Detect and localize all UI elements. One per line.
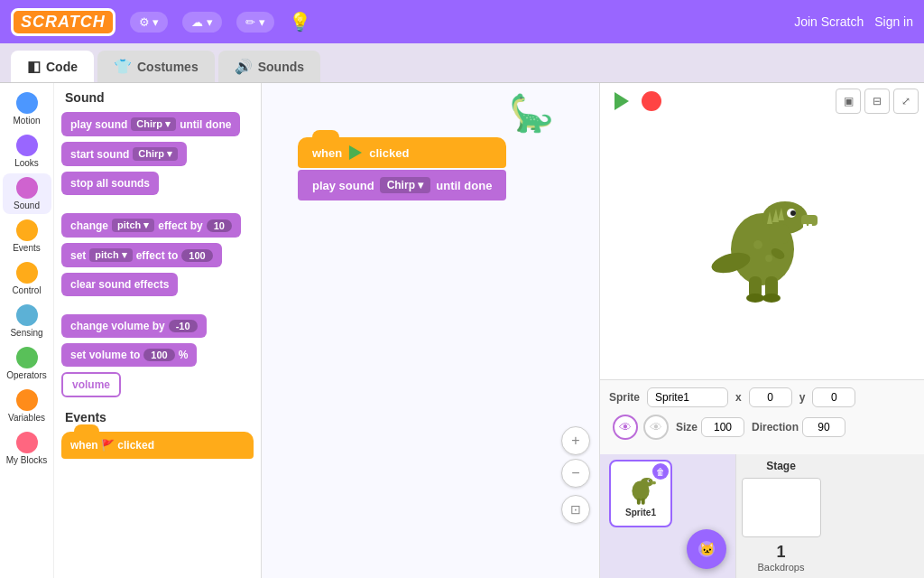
scratch-logo[interactable]: SCRATCH <box>11 8 116 36</box>
block-set-pitch-effect[interactable]: set pitch ▾ effect to 100 <box>61 243 222 267</box>
y-label: y <box>799 391 806 404</box>
backdrops-label: 1 Backdrops <box>758 543 805 573</box>
category-myblocks[interactable]: My Blocks <box>3 428 51 469</box>
green-flag-icon <box>347 144 364 161</box>
x-input[interactable] <box>749 387 792 407</box>
sprite-info-row1: Sprite x y <box>609 387 915 407</box>
stop-button[interactable] <box>642 91 661 111</box>
category-sound[interactable]: Sound <box>3 173 51 214</box>
sprite-thumb-name: Sprite1 <box>625 508 656 517</box>
section-events-title: Events <box>61 410 254 424</box>
add-sprite-button[interactable]: 🐱 <box>687 529 726 569</box>
edit-button[interactable]: ✏ ▾ <box>236 12 274 33</box>
svg-rect-8 <box>808 224 812 229</box>
signin-button[interactable]: Sign in <box>874 14 913 29</box>
svg-point-17 <box>765 255 772 262</box>
code-block-play-sound[interactable]: play sound Chirp ▾ until done <box>298 170 506 200</box>
sprite-name-input[interactable] <box>647 387 728 407</box>
tutorials-button[interactable]: ☁ ▾ <box>182 12 222 33</box>
block-text2: effect by <box>158 219 202 232</box>
backdrops-count: 1 <box>758 543 805 562</box>
effect-dropdown[interactable]: pitch ▾ <box>112 219 154 232</box>
effect-dropdown2[interactable]: pitch ▾ <box>89 248 132 262</box>
block-suffix: % <box>179 349 189 361</box>
block-clear-sound-effects[interactable]: clear sound effects <box>61 273 178 296</box>
code-sound-dropdown[interactable]: Chirp ▾ <box>380 177 431 193</box>
block-stop-all-sounds[interactable]: stop all sounds <box>61 172 159 195</box>
volume-value[interactable]: -10 <box>169 320 198 332</box>
tab-costumes-label: Costumes <box>137 60 199 74</box>
join-button[interactable]: Join Scratch <box>794 14 864 29</box>
zoom-in-button[interactable]: + <box>561 426 590 455</box>
y-input[interactable] <box>812 387 855 407</box>
stage-thumbnail[interactable] <box>742 478 821 537</box>
svg-rect-9 <box>769 224 789 244</box>
tab-code[interactable]: ◧ Code <box>11 51 94 82</box>
large-stage-button[interactable]: ⊟ <box>864 89 890 114</box>
block-when-flag-clicked-panel[interactable]: when 🚩 clicked <box>61 432 254 459</box>
lightbulb-icon[interactable]: 💡 <box>289 11 311 33</box>
fullscreen-button[interactable]: ⤢ <box>893 89 919 114</box>
block-volume-reporter[interactable]: volume <box>61 372 121 397</box>
small-stage-button[interactable]: ▣ <box>836 89 861 114</box>
right-panel: ▣ ⊟ ⤢ <box>599 83 924 578</box>
fit-button[interactable]: ⊡ <box>561 495 590 524</box>
zoom-out-button[interactable]: − <box>561 459 590 488</box>
direction-group: Direction <box>752 417 845 437</box>
sensing-dot <box>16 304 38 326</box>
events-dot <box>16 219 38 241</box>
categories-sidebar: Motion Looks Sound Events Control Sensin… <box>0 83 54 578</box>
effect-value2[interactable]: 100 <box>181 249 212 262</box>
category-events[interactable]: Events <box>3 216 51 256</box>
category-myblocks-label: My Blocks <box>6 455 48 465</box>
green-flag-svg <box>611 90 633 112</box>
dino-display <box>600 83 924 379</box>
settings-button[interactable]: ⚙ ▾ <box>130 12 169 33</box>
block-text2: until done <box>180 118 231 131</box>
block-text: change volume by <box>70 320 165 332</box>
block-start-sound[interactable]: start sound Chirp ▾ <box>61 142 187 166</box>
block-change-pitch-effect[interactable]: change pitch ▾ effect by 10 <box>61 213 241 238</box>
direction-input[interactable] <box>802 417 845 437</box>
stage-controls <box>609 89 661 114</box>
category-control[interactable]: Control <box>3 258 51 299</box>
category-variables[interactable]: Variables <box>3 386 51 426</box>
myblocks-dot <box>16 432 38 453</box>
category-events-label: Events <box>13 243 41 253</box>
sound-dropdown[interactable]: Chirp ▾ <box>131 117 176 131</box>
block-play-sound-until-done[interactable]: play sound Chirp ▾ until done <box>61 112 240 136</box>
x-label: x <box>735 391 742 404</box>
stage-side-panel: Stage 1 Backdrops <box>735 454 826 578</box>
hat-block-when-flag-clicked[interactable]: when clicked <box>298 137 506 168</box>
hide-sprite-button[interactable]: 👁 <box>643 415 669 440</box>
add-sprite-area: 🐱 <box>681 454 735 578</box>
category-operators[interactable]: Operators <box>3 343 51 384</box>
sprite-info-panel: Sprite x y 👁 👁 Size Direction <box>600 379 924 454</box>
svg-marker-1 <box>614 92 629 110</box>
category-sensing[interactable]: Sensing <box>3 301 51 341</box>
workspace[interactable]: 🦕 when clicked play sound Chirp ▾ until … <box>262 83 599 578</box>
operators-dot <box>16 347 38 368</box>
tab-costumes[interactable]: 👕 Costumes <box>97 51 215 82</box>
motion-dot <box>16 92 38 114</box>
show-sprite-button[interactable]: 👁 <box>613 415 638 440</box>
size-input[interactable] <box>701 417 744 437</box>
sprite-delete-button[interactable]: 🗑 <box>652 463 669 480</box>
category-motion[interactable]: Motion <box>3 89 51 129</box>
sprite-thumb-sprite1[interactable]: 🗑 Sprite1 <box>609 460 672 527</box>
category-looks[interactable]: Looks <box>3 131 51 172</box>
green-flag-button[interactable] <box>609 89 634 114</box>
effect-value[interactable]: 10 <box>207 219 232 232</box>
sounds-tab-icon: 🔊 <box>235 58 253 75</box>
nav-right: Join Scratch Sign in <box>794 14 913 29</box>
block-change-volume[interactable]: change volume by -10 <box>61 314 207 338</box>
volume-value2[interactable]: 100 <box>143 349 174 361</box>
block-text-events: when 🚩 clicked <box>70 439 154 452</box>
dino-svg <box>704 159 821 303</box>
sound-dropdown2[interactable]: Chirp ▾ <box>133 147 178 161</box>
costumes-tab-icon: 👕 <box>114 58 132 75</box>
hat-bump-panel <box>74 424 99 437</box>
tab-sounds[interactable]: 🔊 Sounds <box>218 51 320 82</box>
block-set-volume[interactable]: set volume to 100 % <box>61 343 197 367</box>
code-tab-icon: ◧ <box>27 58 41 75</box>
